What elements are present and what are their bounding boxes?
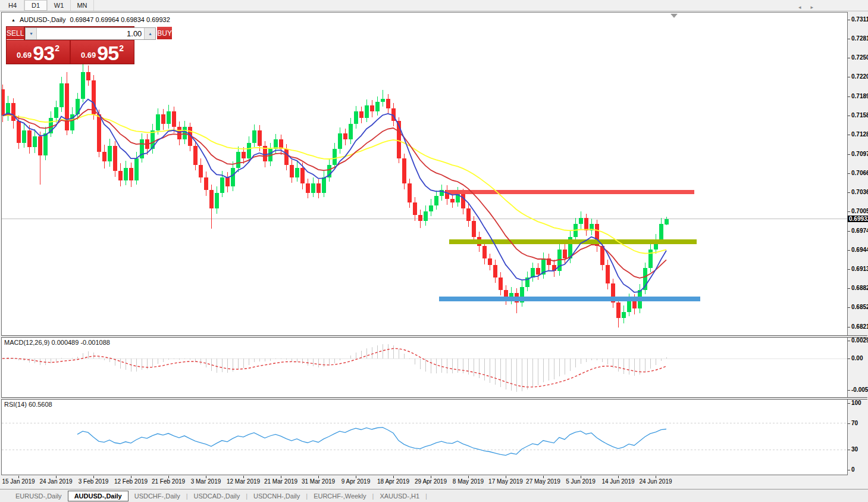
price-axis-label: 0.71890 bbox=[851, 93, 868, 99]
price-axis-label: 0.68210 bbox=[851, 323, 868, 330]
macd-label: MACD(12,26,9) 0.000489 -0.001088 bbox=[4, 339, 110, 346]
axis-tick bbox=[848, 211, 850, 212]
price-axis-label: 0.72200 bbox=[851, 73, 868, 80]
date-axis-label: 9 Apr 2019 bbox=[341, 478, 370, 485]
axis-tick bbox=[848, 341, 850, 341]
axis-tick bbox=[848, 192, 850, 193]
chart-title-symbol: AUDUSD-,Daily bbox=[20, 16, 66, 23]
symbol-tab-usdcad[interactable]: USDCAD-,Daily bbox=[188, 491, 246, 501]
price-axis-label: 0.68520 bbox=[851, 304, 868, 310]
pane-splitter[interactable] bbox=[1, 397, 867, 400]
date-axis-label: 31 Mar 2019 bbox=[302, 478, 335, 485]
date-axis-label: 24 Jun 2019 bbox=[639, 478, 672, 485]
price-axis-label: 0.70360 bbox=[851, 189, 868, 195]
date-axis-label: 5 Jun 2019 bbox=[566, 478, 596, 485]
price-axis-label: 0.69130 bbox=[851, 266, 868, 272]
symbol-tab-audusd[interactable]: AUDUSD-,Daily bbox=[68, 491, 129, 501]
price-axis-label: 0.69440 bbox=[851, 247, 868, 253]
volume-decrease-icon[interactable]: ▼ bbox=[26, 28, 37, 39]
buy-price-sup: 2 bbox=[119, 43, 124, 53]
chart-window: ▲ AUDUSD-,Daily 0.69847 0.69964 0.69834 … bbox=[1, 12, 848, 475]
date-axis-label: 3 Feb 2019 bbox=[79, 478, 109, 485]
axis-tick bbox=[848, 269, 850, 270]
axis-tick bbox=[848, 403, 850, 404]
macd-indicator-pane[interactable]: MACD(12,26,9) 0.000489 -0.001088 bbox=[2, 338, 847, 397]
price-axis-label: 0.73115 bbox=[851, 16, 868, 23]
rsi-line bbox=[77, 428, 666, 456]
buy-button[interactable]: BUY bbox=[157, 27, 172, 40]
axis-tick bbox=[848, 250, 850, 251]
date-axis[interactable]: 15 Jan 201924 Jan 20193 Feb 201912 Feb 2… bbox=[1, 476, 848, 487]
axis-tick bbox=[848, 116, 850, 116]
timeframe-button-mn[interactable]: MN bbox=[71, 0, 94, 11]
symbol-tab-eurchf[interactable]: EURCHF-,Weekly bbox=[308, 491, 372, 501]
timeframe-button-w1[interactable]: W1 bbox=[48, 0, 71, 11]
sell-price-display[interactable]: 0.69 93 2 bbox=[7, 40, 70, 64]
axis-tick bbox=[848, 58, 850, 58]
timeframe-button-d1[interactable]: D1 bbox=[24, 0, 48, 11]
timeframe-button-h4[interactable]: H4 bbox=[1, 0, 24, 11]
axis-tick bbox=[848, 470, 850, 470]
tab-scroll-right-icon[interactable]: ▸ bbox=[810, 4, 813, 10]
price-axis-label: 0.72505 bbox=[851, 54, 868, 61]
timeframe-toolbar: H4D1W1MN bbox=[0, 0, 868, 11]
sell-price-big: 93 bbox=[33, 45, 54, 62]
date-axis-label: 21 Mar 2019 bbox=[264, 478, 297, 485]
symbol-tab-xauusd[interactable]: XAUUSD-,H1 bbox=[374, 491, 425, 501]
symbol-tab-usdcnh[interactable]: USDCNH-,Daily bbox=[247, 491, 306, 501]
axis-tick bbox=[848, 77, 850, 77]
chart-shift-marker-icon[interactable] bbox=[670, 14, 678, 18]
symbol-tab-eurusd[interactable]: EURUSD-,Daily bbox=[10, 491, 68, 501]
drawn-hline-hline_olive[interactable] bbox=[449, 239, 697, 244]
sell-button[interactable]: SELL bbox=[7, 27, 24, 40]
pane-splitter[interactable] bbox=[1, 335, 867, 338]
axis-tick bbox=[848, 450, 850, 450]
buy-price-big: 95 bbox=[97, 45, 118, 62]
rsi-indicator-pane[interactable]: RSI(14) 60.5608 bbox=[2, 400, 847, 475]
axis-tick bbox=[848, 307, 850, 308]
axis-tick bbox=[848, 358, 850, 359]
symbol-tab-usdchf[interactable]: USDCHF-,Daily bbox=[129, 491, 186, 501]
rsi-axis-label: 100 bbox=[851, 400, 861, 406]
buy-price-prefix: 0.69 bbox=[81, 51, 96, 60]
price-axis-label: 0.71280 bbox=[851, 131, 868, 138]
volume-input[interactable] bbox=[37, 28, 144, 39]
drawn-hline-hline_blue[interactable] bbox=[439, 297, 700, 301]
tab-scroll-left-icon[interactable]: ◂ bbox=[798, 4, 801, 10]
chart-title-ohlc: 0.69847 0.69964 0.69834 0.69932 bbox=[70, 16, 170, 23]
axis-tick bbox=[848, 423, 850, 424]
date-axis-label: 18 Apr 2019 bbox=[377, 478, 409, 485]
axis-tick bbox=[848, 390, 850, 391]
macd-axis-label: 0.00 bbox=[851, 355, 863, 361]
volume-stepper: ▼ ▲ bbox=[25, 27, 156, 40]
rsi-axis-label: 0 bbox=[851, 466, 855, 473]
date-axis-label: 27 May 2019 bbox=[526, 478, 560, 485]
axis-tick bbox=[848, 173, 850, 174]
price-axis[interactable]: 0.731150.728100.725050.722000.718900.715… bbox=[848, 12, 868, 476]
axis-tick bbox=[848, 231, 850, 232]
axis-tick bbox=[848, 20, 850, 20]
ma-line-40 bbox=[2, 114, 666, 253]
terminal-window: H4D1W1MN ▲ AUDUSD-,Daily 0.69847 0.69964… bbox=[0, 0, 868, 502]
date-axis-label: 12 Mar 2019 bbox=[227, 478, 260, 485]
date-axis-label: 21 Feb 2019 bbox=[152, 478, 185, 485]
price-axis-label: 0.70050 bbox=[851, 208, 868, 214]
axis-tick bbox=[848, 39, 850, 39]
price-chart-pane[interactable]: ▲ AUDUSD-,Daily 0.69847 0.69964 0.69834 … bbox=[2, 13, 847, 335]
axis-tick bbox=[848, 96, 850, 97]
axis-tick bbox=[848, 288, 850, 289]
buy-price-display[interactable]: 0.69 95 2 bbox=[71, 40, 134, 64]
date-axis-label: 3 Mar 2019 bbox=[191, 478, 221, 485]
rsi-label: RSI(14) 60.5608 bbox=[4, 401, 52, 408]
macd-axis-label: 0.002984 bbox=[851, 337, 868, 344]
date-axis-label: 14 Jun 2019 bbox=[601, 478, 634, 485]
date-axis-label: 8 May 2019 bbox=[453, 478, 484, 485]
sell-price-sup: 2 bbox=[55, 43, 59, 53]
volume-increase-icon[interactable]: ▲ bbox=[144, 28, 155, 39]
axis-tick bbox=[848, 154, 850, 155]
rsi-axis-label: 70 bbox=[851, 420, 858, 426]
axis-tick bbox=[848, 135, 850, 135]
price-axis-label: 0.70665 bbox=[851, 170, 868, 176]
drawn-hline-hline_red[interactable] bbox=[446, 190, 694, 194]
price-axis-label: 0.70970 bbox=[851, 151, 868, 157]
